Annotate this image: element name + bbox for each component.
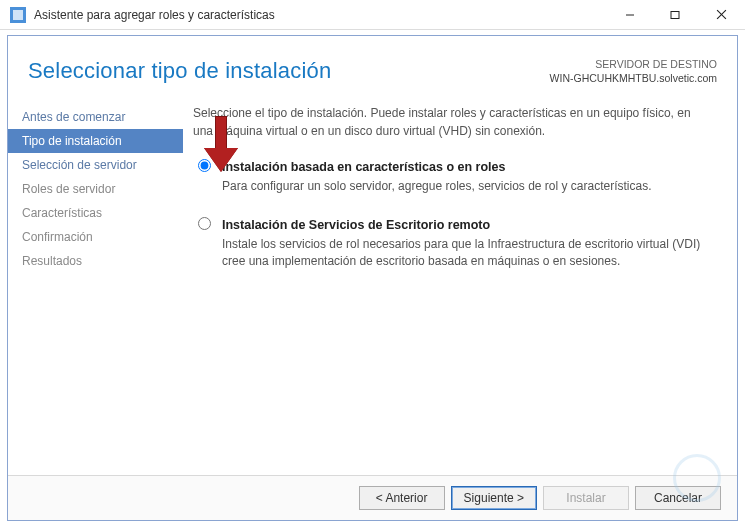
step-server-roles: Roles de servidor <box>8 177 183 201</box>
destination-label: SERVIDOR DE DESTINO <box>550 58 717 72</box>
step-features: Características <box>8 201 183 225</box>
destination-server: WIN-GHCUHKMHTBU.solvetic.com <box>550 72 717 86</box>
wizard-frame: Seleccionar tipo de instalación SERVIDOR… <box>7 35 738 521</box>
wizard-steps-sidebar: Antes de comenzar Tipo de instalación Se… <box>8 91 183 475</box>
install-button: Instalar <box>543 486 629 510</box>
step-confirmation: Confirmación <box>8 225 183 249</box>
page-title: Seleccionar tipo de instalación <box>28 58 331 84</box>
cancel-button[interactable]: Cancelar <box>635 486 721 510</box>
title-bar: Asistente para agregar roles y caracterí… <box>0 0 745 30</box>
option-role-based-title: Instalación basada en características o … <box>222 158 505 176</box>
next-button[interactable]: Siguiente > <box>451 486 537 510</box>
window-title: Asistente para agregar roles y caracterí… <box>34 8 607 22</box>
step-installation-type[interactable]: Tipo de instalación <box>8 129 183 153</box>
minimize-button[interactable] <box>607 0 652 29</box>
svg-rect-1 <box>671 11 679 18</box>
option-rds[interactable]: Instalación de Servicios de Escritorio r… <box>193 216 713 271</box>
option-role-based-desc: Para configurar un solo servidor, agregu… <box>222 179 652 193</box>
close-button[interactable] <box>697 0 745 29</box>
option-role-based[interactable]: Instalación basada en características o … <box>193 158 713 196</box>
option-rds-desc: Instale los servicios de rol necesarios … <box>222 237 700 268</box>
radio-rds[interactable] <box>198 217 211 230</box>
wizard-main: Seleccione el tipo de instalación. Puede… <box>183 91 737 475</box>
step-server-selection[interactable]: Selección de servidor <box>8 153 183 177</box>
destination-box: SERVIDOR DE DESTINO WIN-GHCUHKMHTBU.solv… <box>550 58 717 85</box>
step-results: Resultados <box>8 249 183 273</box>
wizard-button-bar: < Anterior Siguiente > Instalar Cancelar <box>8 475 737 520</box>
radio-role-based[interactable] <box>198 159 211 172</box>
step-before-you-begin[interactable]: Antes de comenzar <box>8 105 183 129</box>
wizard-header: Seleccionar tipo de instalación SERVIDOR… <box>8 36 737 91</box>
intro-text: Seleccione el tipo de instalación. Puede… <box>193 105 713 140</box>
app-icon <box>10 7 26 23</box>
window-controls <box>607 0 745 29</box>
maximize-button[interactable] <box>652 0 697 29</box>
previous-button[interactable]: < Anterior <box>359 486 445 510</box>
option-rds-title: Instalación de Servicios de Escritorio r… <box>222 216 490 234</box>
